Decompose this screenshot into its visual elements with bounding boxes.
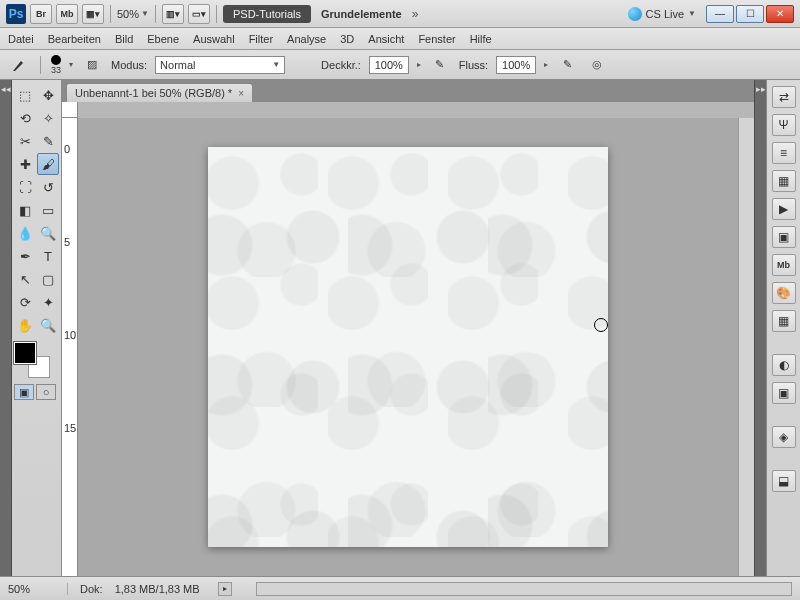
dodge-tool[interactable]: 🔍 <box>37 222 59 244</box>
screen-mode-button[interactable]: ▦▾ <box>82 4 104 24</box>
airbrush-toggle[interactable]: ✎ <box>556 54 578 76</box>
tool-preset-picker[interactable] <box>8 54 30 76</box>
opacity-pressure-toggle[interactable]: ✎ <box>429 54 451 76</box>
minimize-button[interactable]: — <box>706 5 734 23</box>
opacity-flyout-icon[interactable]: ▸ <box>417 60 421 69</box>
menu-filter[interactable]: Filter <box>249 33 273 45</box>
arrange-docs-button[interactable]: ▥▾ <box>162 4 184 24</box>
type-tool[interactable]: T <box>37 245 59 267</box>
blend-mode-select[interactable]: Normal ▼ <box>155 56 285 74</box>
cs-live-button[interactable]: CS Live ▼ <box>628 7 696 21</box>
healing-tool[interactable]: ✚ <box>14 153 36 175</box>
separator <box>40 56 41 74</box>
panel-icon-swatches[interactable]: ▦ <box>772 310 796 332</box>
canvas-viewport[interactable] <box>78 118 738 576</box>
document-area: Unbenannt-1 bei 50% (RGB/8) * × 0 5 10 1… <box>62 80 754 576</box>
panel-icon-styles[interactable]: ▣ <box>772 382 796 404</box>
close-tab-icon[interactable]: × <box>238 88 244 99</box>
panel-icon-channels[interactable]: ⬓ <box>772 470 796 492</box>
options-bar: 33 ▾ ▨ Modus: Normal ▼ Deckkr.: 100% ▸ ✎… <box>0 50 800 80</box>
panel-icon-color[interactable]: 🎨 <box>772 282 796 304</box>
eyedropper-tool[interactable]: ✎ <box>37 130 59 152</box>
magic-wand-tool[interactable]: ✧ <box>37 107 59 129</box>
bridge-button[interactable]: Br <box>30 4 52 24</box>
panel-icon-3d[interactable]: ▣ <box>772 226 796 248</box>
panel-dock: ⇄ Ψ ≡ ▦ ▶ ▣ Mb 🎨 ▦ ◐ ▣ ◈ ⬓ <box>766 80 800 576</box>
color-swatches[interactable] <box>14 342 54 382</box>
panel-icon-adjustments[interactable]: ◐ <box>772 354 796 376</box>
toolbox: ⬚ ✥ ⟲ ✧ ✂ ✎ ✚ 🖌 ⛶ ↺ ◧ ▭ 💧 🔍 ✒ T ↖ ▢ ⟳ ✦ … <box>12 80 62 576</box>
cs-live-icon <box>628 7 642 21</box>
menu-ebene[interactable]: Ebene <box>147 33 179 45</box>
menu-3d[interactable]: 3D <box>340 33 354 45</box>
maximize-button[interactable]: ☐ <box>736 5 764 23</box>
standard-mode[interactable]: ▣ <box>14 384 34 400</box>
3d-rotate-tool[interactable]: ⟳ <box>14 291 36 313</box>
workspace-more-icon[interactable]: » <box>412 7 419 21</box>
menu-auswahl[interactable]: Auswahl <box>193 33 235 45</box>
panel-icon-tool-presets[interactable]: Ψ <box>772 114 796 136</box>
extras-button[interactable]: ▭▾ <box>188 4 210 24</box>
path-select-tool[interactable]: ↖ <box>14 268 36 290</box>
menu-bild[interactable]: Bild <box>115 33 133 45</box>
brush-preset-picker[interactable]: 33 <box>51 55 61 75</box>
panel-icon-mb[interactable]: Mb <box>772 254 796 276</box>
panel-icon-clone[interactable]: ▦ <box>772 170 796 192</box>
document-tab[interactable]: Unbenannt-1 bei 50% (RGB/8) * × <box>66 83 253 102</box>
status-zoom-input[interactable]: 50% <box>8 583 68 595</box>
pen-tool[interactable]: ✒ <box>14 245 36 267</box>
mode-label: Modus: <box>111 59 147 71</box>
3d-orbit-tool[interactable]: ✦ <box>37 291 59 313</box>
panel-icon-layers[interactable]: ◈ <box>772 426 796 448</box>
ruler-origin[interactable] <box>62 102 78 118</box>
menu-hilfe[interactable]: Hilfe <box>470 33 492 45</box>
chevron-down-icon[interactable]: ▾ <box>69 60 73 69</box>
history-brush-tool[interactable]: ↺ <box>37 176 59 198</box>
brush-tool[interactable]: 🖌 <box>37 153 59 175</box>
minibridge-button[interactable]: Mb <box>56 4 78 24</box>
shape-tool[interactable]: ▢ <box>37 268 59 290</box>
status-doc-value: 1,83 MB/1,83 MB <box>115 583 200 595</box>
canvas[interactable] <box>208 147 608 547</box>
vertical-ruler[interactable]: 0 5 10 15 <box>62 118 78 576</box>
eraser-tool[interactable]: ◧ <box>14 199 36 221</box>
right-collapse-strip[interactable]: ▸▸ <box>754 80 766 576</box>
menu-datei[interactable]: Datei <box>8 33 34 45</box>
chevron-down-icon: ▼ <box>272 60 280 69</box>
menu-fenster[interactable]: Fenster <box>418 33 455 45</box>
menu-bearbeiten[interactable]: Bearbeiten <box>48 33 101 45</box>
flow-flyout-icon[interactable]: ▸ <box>544 60 548 69</box>
collapse-icon: ◂◂ <box>1 84 11 94</box>
close-button[interactable]: ✕ <box>766 5 794 23</box>
vertical-scrollbar[interactable] <box>738 118 754 576</box>
blur-tool[interactable]: 💧 <box>14 222 36 244</box>
move-tool[interactable]: ✥ <box>37 84 59 106</box>
status-menu-button[interactable]: ▸ <box>218 582 232 596</box>
quick-mask-mode[interactable]: ○ <box>36 384 56 400</box>
size-pressure-toggle[interactable]: ◎ <box>586 54 608 76</box>
menu-analyse[interactable]: Analyse <box>287 33 326 45</box>
workspace-active[interactable]: PSD-Tutorials <box>223 5 311 23</box>
workspace-other[interactable]: Grundelemente <box>315 8 408 20</box>
gradient-tool[interactable]: ▭ <box>37 199 59 221</box>
menu-ansicht[interactable]: Ansicht <box>368 33 404 45</box>
zoom-level-select[interactable]: 50% ▼ <box>117 8 149 20</box>
opacity-input[interactable]: 100% <box>369 56 409 74</box>
panel-icon-history[interactable]: ⇄ <box>772 86 796 108</box>
zoom-tool[interactable]: 🔍 <box>37 314 59 336</box>
app-logo: Ps <box>6 4 26 24</box>
marquee-tool[interactable]: ⬚ <box>14 84 36 106</box>
crop-tool[interactable]: ✂ <box>14 130 36 152</box>
foreground-color[interactable] <box>14 342 36 364</box>
panel-icon-actions[interactable]: ▶ <box>772 198 796 220</box>
left-collapse-strip[interactable]: ◂◂ <box>0 80 12 576</box>
work-area: ◂◂ ⬚ ✥ ⟲ ✧ ✂ ✎ ✚ 🖌 ⛶ ↺ ◧ ▭ 💧 🔍 ✒ T ↖ ▢ ⟳… <box>0 80 800 576</box>
horizontal-scrollbar[interactable] <box>256 582 792 596</box>
flow-input[interactable]: 100% <box>496 56 536 74</box>
brush-cursor-icon <box>594 318 608 332</box>
brush-panel-toggle[interactable]: ▨ <box>81 54 103 76</box>
hand-tool[interactable]: ✋ <box>14 314 36 336</box>
panel-icon-brushes[interactable]: ≡ <box>772 142 796 164</box>
lasso-tool[interactable]: ⟲ <box>14 107 36 129</box>
stamp-tool[interactable]: ⛶ <box>14 176 36 198</box>
